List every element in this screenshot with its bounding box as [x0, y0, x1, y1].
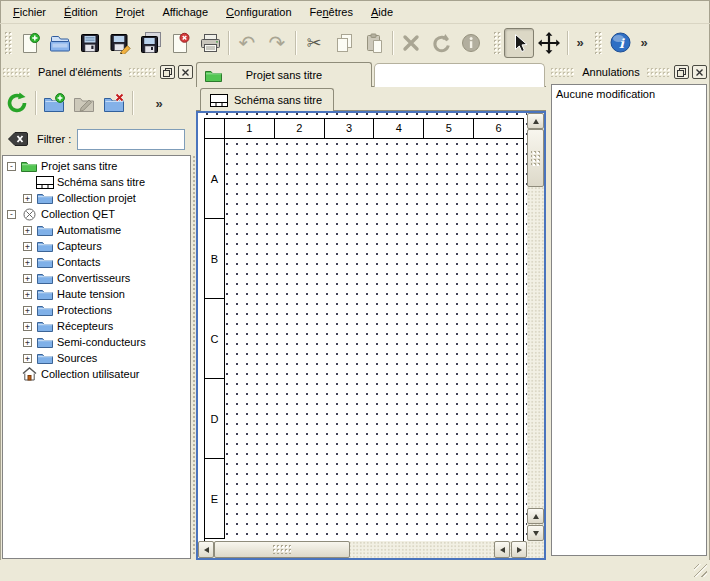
save-as-button[interactable] — [105, 28, 135, 58]
about-qet-button[interactable]: i — [605, 28, 635, 58]
tree-item[interactable]: Schéma sans titre — [3, 174, 190, 190]
menu-item-3[interactable]: Affichage — [153, 2, 217, 22]
open-document-button[interactable] — [45, 28, 75, 58]
menu-item-2[interactable]: Projet — [107, 2, 154, 22]
undo-button[interactable]: ↶ — [232, 28, 262, 58]
close-document-button[interactable] — [165, 28, 195, 58]
delete-category-button[interactable] — [99, 88, 129, 118]
expand-toggle-icon[interactable]: + — [23, 306, 32, 315]
rotate-selection-button[interactable] — [426, 28, 456, 58]
save-all-button[interactable] — [135, 28, 165, 58]
vertical-scroll-thumb[interactable] — [527, 129, 544, 187]
close-dock-button[interactable] — [692, 65, 707, 79]
horizontal-scroll-thumb[interactable] — [214, 541, 350, 558]
undo-history-item[interactable]: Aucune modification — [552, 85, 706, 101]
float-dock-button[interactable] — [674, 65, 689, 79]
expand-toggle-icon[interactable]: + — [23, 226, 32, 235]
print-button[interactable] — [195, 28, 225, 58]
save-all-icon — [139, 32, 161, 54]
cut-button[interactable]: ✂ — [299, 28, 329, 58]
tree-item[interactable]: Collection utilisateur — [3, 366, 190, 382]
schema-tab[interactable]: Schéma sans titre — [200, 88, 334, 111]
filter-row: Filtrer : — [0, 125, 196, 153]
expand-toggle-icon[interactable]: + — [23, 274, 32, 283]
tree-item[interactable]: +Sources — [3, 350, 190, 366]
reload-collections-button[interactable] — [2, 88, 32, 118]
copy-button[interactable] — [329, 28, 359, 58]
toolbar-extension-button[interactable]: » — [635, 28, 653, 58]
expand-toggle-icon[interactable]: + — [23, 322, 32, 331]
menu-item-4[interactable]: Configuration — [217, 2, 300, 22]
menu-item-6[interactable]: Aide — [362, 2, 402, 22]
scroll-left-button-2[interactable] — [494, 541, 510, 558]
tree-item[interactable]: +Collection projet — [3, 190, 190, 206]
new-folder-icon — [42, 92, 66, 114]
new-category-button[interactable] — [39, 88, 69, 118]
collapse-toggle-icon[interactable]: - — [7, 162, 16, 171]
delete-selection-button[interactable] — [396, 28, 426, 58]
tree-item[interactable]: +Contacts — [3, 254, 190, 270]
menu-item-0[interactable]: Fichier — [4, 2, 55, 22]
scroll-up-button[interactable] — [527, 113, 544, 129]
paste-button[interactable] — [359, 28, 389, 58]
delete-folder-icon — [102, 92, 126, 114]
toolbar-extension-button[interactable]: » — [571, 28, 589, 58]
filter-input[interactable] — [77, 129, 185, 150]
expand-toggle-icon[interactable]: + — [23, 354, 32, 363]
expand-toggle-icon[interactable]: + — [23, 290, 32, 299]
toolbar-drag-handle[interactable] — [595, 32, 602, 54]
row-header: A — [205, 139, 224, 219]
expand-toggle-icon[interactable]: + — [23, 258, 32, 267]
scroll-down-button[interactable] — [527, 525, 544, 541]
expand-toggle-icon[interactable]: + — [23, 194, 32, 203]
tree-item[interactable]: +Protections — [3, 302, 190, 318]
collapse-toggle-icon[interactable]: - — [7, 210, 16, 219]
new-document-button[interactable] — [15, 28, 45, 58]
close-icon — [181, 68, 190, 77]
menu-item-1[interactable]: Édition — [55, 2, 107, 22]
toolbar-drag-handle[interactable] — [5, 32, 12, 54]
scroll-left-button[interactable] — [198, 541, 214, 558]
clear-filter-button[interactable] — [7, 131, 29, 147]
dock-grip — [647, 68, 671, 77]
tree-item[interactable]: +Automatisme — [3, 222, 190, 238]
tree-item[interactable]: +Récepteurs — [3, 318, 190, 334]
resize-grip[interactable] — [694, 564, 707, 577]
tree-item[interactable]: +Semi-conducteurs — [3, 334, 190, 350]
tree-item[interactable]: +Capteurs — [3, 238, 190, 254]
tree-item[interactable]: -Projet sans titre — [3, 158, 190, 174]
menu-item-5[interactable]: Fenêtres — [301, 2, 362, 22]
elements-panel-header[interactable]: Panel d'éléments — [0, 62, 196, 82]
tree-item[interactable]: +Haute tension — [3, 286, 190, 302]
row-header: E — [205, 459, 224, 539]
scroll-right-button[interactable] — [511, 541, 527, 558]
edit-category-button[interactable] — [69, 88, 99, 118]
save-icon — [79, 32, 101, 54]
expand-toggle-icon[interactable]: + — [23, 242, 32, 251]
close-dock-button[interactable] — [178, 65, 193, 79]
tree-item[interactable]: -Collection QET — [3, 206, 190, 222]
pan-mode-button[interactable] — [534, 28, 564, 58]
float-icon — [677, 68, 686, 77]
tree-item[interactable]: +Convertisseurs — [3, 270, 190, 286]
column-header: 4 — [374, 119, 424, 138]
toolbar-separator — [228, 31, 229, 55]
element-info-button[interactable] — [456, 28, 486, 58]
toolbar-drag-handle[interactable] — [494, 32, 501, 54]
thumb-grip — [531, 151, 540, 166]
float-dock-button[interactable] — [160, 65, 175, 79]
project-tab[interactable]: Projet sans titre — [196, 62, 372, 87]
expand-toggle-icon[interactable]: + — [23, 338, 32, 347]
save-button[interactable] — [75, 28, 105, 58]
column-header: 5 — [424, 119, 474, 138]
arrow-left-icon — [500, 547, 505, 553]
horizontal-scrollbar[interactable] — [198, 541, 527, 558]
scroll-up-button-2[interactable] — [527, 508, 544, 524]
diagram-canvas[interactable]: 123456 ABCDE — [198, 113, 527, 541]
select-mode-button[interactable] — [504, 28, 534, 58]
redo-button[interactable]: ↷ — [262, 28, 292, 58]
undo-panel-header[interactable]: Annulations — [548, 62, 710, 82]
vertical-scrollbar[interactable] — [527, 113, 544, 541]
toolbar-extension-button[interactable]: » — [150, 88, 168, 118]
row-header: B — [205, 219, 224, 299]
